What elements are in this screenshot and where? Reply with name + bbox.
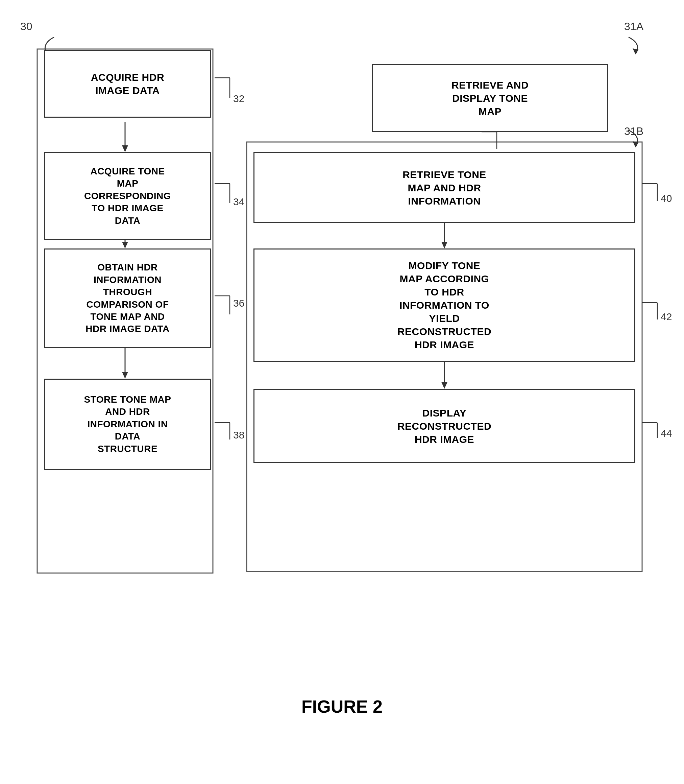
svg-marker-13: [632, 48, 639, 54]
figure-caption: FIGURE 2: [0, 697, 684, 717]
box-acquire-hdr: ACQUIRE HDR IMAGE DATA: [44, 50, 211, 118]
ref-32-label: 32: [233, 93, 244, 105]
ref-36-label: 36: [233, 297, 244, 309]
box-retrieve-tone-map-hdr: RETRIEVE TONE MAP AND HDR INFORMATION: [253, 152, 636, 223]
box38-text: STORE TONE MAP AND HDR INFORMATION IN DA…: [84, 393, 171, 455]
box44-text: DISPLAY RECONSTRUCTED HDR IMAGE: [397, 406, 491, 446]
box40-text: RETRIEVE TONE MAP AND HDR INFORMATION: [402, 168, 486, 208]
box36-text: OBTAIN HDR INFORMATION THROUGH COMPARISO…: [86, 261, 169, 335]
ref-30-label: 30: [20, 20, 32, 33]
svg-marker-7: [122, 372, 128, 379]
box-retrieve-display-tone-map: RETRIEVE AND DISPLAY TONE MAP: [372, 64, 608, 132]
ref-38-label: 38: [233, 429, 244, 441]
box-store-tone-map: STORE TONE MAP AND HDR INFORMATION IN DA…: [44, 379, 211, 470]
box-display-reconstructed: DISPLAY RECONSTRUCTED HDR IMAGE: [253, 389, 636, 463]
box32-text: ACQUIRE HDR IMAGE DATA: [91, 71, 164, 97]
box42-text: MODIFY TONE MAP ACCORDING TO HDR INFORMA…: [397, 259, 491, 351]
box-acquire-tone-map: ACQUIRE TONE MAP CORRESPONDING TO HDR IM…: [44, 152, 211, 240]
box39-text: RETRIEVE AND DISPLAY TONE MAP: [452, 78, 529, 118]
diagram: 30 31A 31B ACQUIRE HDR IMAGE DATA 32 ACQ…: [0, 0, 684, 744]
svg-marker-14: [632, 141, 639, 147]
ref-44-label: 44: [661, 428, 672, 439]
box-obtain-hdr-info: OBTAIN HDR INFORMATION THROUGH COMPARISO…: [44, 249, 211, 348]
svg-marker-9: [441, 242, 447, 249]
box-modify-tone-map: MODIFY TONE MAP ACCORDING TO HDR INFORMA…: [253, 249, 636, 362]
svg-marker-5: [122, 242, 128, 249]
ref-42-label: 42: [661, 311, 672, 323]
ref-34-label: 34: [233, 196, 244, 208]
svg-marker-3: [122, 145, 128, 152]
ref-31a-label: 31A: [624, 20, 644, 33]
svg-marker-11: [441, 382, 447, 389]
box34-text: ACQUIRE TONE MAP CORRESPONDING TO HDR IM…: [84, 165, 171, 227]
ref-40-label: 40: [661, 193, 672, 204]
ref-31b-label: 31B: [624, 125, 644, 137]
